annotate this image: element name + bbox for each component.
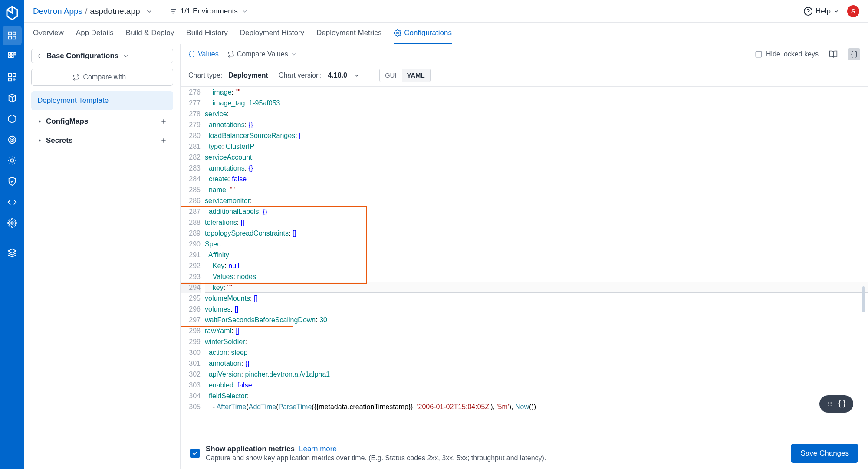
- chart-type-value: Deployment: [228, 72, 268, 79]
- compare-icon: [227, 51, 234, 58]
- chevron-left-icon: [36, 53, 42, 59]
- caret-right-icon: [37, 138, 43, 143]
- avatar[interactable]: S: [847, 5, 859, 17]
- toggle-yaml[interactable]: YAML: [402, 69, 430, 82]
- tab-deployment-history[interactable]: Deployment History: [240, 23, 304, 44]
- check-icon: [192, 450, 198, 456]
- header: Devtron Apps / aspdotnetapp 1/1 Environm…: [24, 0, 868, 23]
- svg-rect-7: [9, 56, 11, 58]
- svg-rect-3: [13, 36, 16, 39]
- svg-rect-8: [11, 56, 13, 58]
- nav-add-icon[interactable]: [3, 68, 22, 87]
- chart-type-label: Chart type:: [188, 72, 222, 79]
- plus-icon[interactable]: [160, 118, 167, 125]
- tab-overview[interactable]: Overview: [33, 23, 64, 44]
- nav-target-icon[interactable]: [3, 130, 22, 149]
- config-sidebar: Base Configurations Compare with... Depl…: [24, 44, 181, 469]
- braces-icon: [838, 400, 846, 408]
- schema-icon[interactable]: [848, 48, 860, 60]
- nav-cube-icon[interactable]: [3, 109, 22, 128]
- svg-marker-17: [8, 249, 16, 253]
- chart-version-value[interactable]: 4.18.0: [328, 72, 347, 79]
- tab-configurations[interactable]: Configurations: [394, 23, 452, 44]
- tabs: OverviewApp DetailsBuild & DeployBuild H…: [24, 23, 868, 44]
- drag-icon: [826, 400, 833, 407]
- svg-point-15: [10, 159, 13, 162]
- nav-shield-icon[interactable]: [3, 172, 22, 191]
- tab-deployment-metrics[interactable]: Deployment Metrics: [316, 23, 381, 44]
- svg-point-31: [828, 402, 829, 403]
- chevron-down-icon[interactable]: [353, 72, 360, 79]
- svg-point-35: [831, 403, 832, 404]
- footer: Show application metrics Learn more Capt…: [181, 437, 868, 469]
- tab-build-history[interactable]: Build History: [186, 23, 227, 44]
- learn-more-link[interactable]: Learn more: [299, 445, 337, 453]
- nav-rail: [0, 0, 24, 469]
- svg-rect-6: [14, 53, 16, 55]
- breadcrumb-app[interactable]: aspdotnetapp: [90, 7, 140, 16]
- floating-json-button[interactable]: [819, 395, 853, 413]
- svg-rect-5: [11, 53, 13, 55]
- nav-code-icon[interactable]: [3, 193, 22, 212]
- svg-rect-30: [756, 51, 762, 57]
- svg-point-33: [828, 405, 829, 406]
- breadcrumb-group[interactable]: Devtron Apps: [33, 7, 82, 16]
- svg-rect-4: [9, 53, 11, 55]
- hide-locked-checkbox[interactable]: Hide locked keys: [755, 50, 819, 58]
- svg-point-32: [828, 403, 829, 404]
- svg-rect-1: [13, 32, 16, 35]
- nav-stack-icon[interactable]: [3, 243, 22, 262]
- nav-apps-icon[interactable]: [3, 26, 22, 45]
- sidebar-item-configmaps[interactable]: ConfigMaps: [31, 112, 173, 131]
- line-gutter: 2762772782792802812822832842852862872882…: [181, 87, 205, 412]
- svg-marker-24: [39, 120, 41, 123]
- chart-version-label: Chart version:: [279, 72, 322, 79]
- compare-values-tab[interactable]: Compare Values: [227, 50, 297, 58]
- gear-icon: [394, 29, 401, 37]
- svg-rect-9: [9, 74, 11, 76]
- chevron-down-icon: [291, 51, 297, 57]
- yaml-editor[interactable]: 2762772782792802812822832842852862872882…: [181, 87, 868, 437]
- page-scrollbar[interactable]: [862, 286, 865, 312]
- footer-title: Show application metrics: [206, 445, 295, 453]
- back-button[interactable]: Base Configurations: [31, 49, 173, 63]
- svg-rect-2: [9, 36, 11, 39]
- chevron-down-icon: [123, 53, 129, 59]
- values-tab[interactable]: Values: [188, 50, 219, 58]
- chevron-down-icon[interactable]: [145, 7, 153, 15]
- chart-toolbar: Chart type: Deployment Chart version: 4.…: [181, 64, 868, 87]
- code-area[interactable]: image: "" image_tag: 1-95af053service: a…: [205, 87, 868, 412]
- sidebar-item-deployment-template[interactable]: Deployment Template: [31, 91, 173, 110]
- plus-icon[interactable]: [160, 137, 167, 144]
- nav-package-icon[interactable]: [3, 89, 22, 108]
- braces-icon: [188, 51, 195, 58]
- svg-point-36: [831, 405, 832, 406]
- editor-toolbar: Values Compare Values Hide locked keys: [181, 44, 868, 64]
- tab-app-details[interactable]: App Details: [76, 23, 114, 44]
- svg-rect-0: [9, 32, 11, 35]
- compare-with-button[interactable]: Compare with...: [31, 69, 173, 86]
- chevron-down-icon: [241, 8, 248, 15]
- sidebar-item-secrets[interactable]: Secrets: [31, 131, 173, 150]
- help-button[interactable]: Help: [803, 7, 839, 16]
- tab-build-deploy[interactable]: Build & Deploy: [126, 23, 174, 44]
- caret-right-icon: [37, 119, 43, 124]
- checkbox-icon: [755, 50, 763, 58]
- svg-point-34: [831, 402, 832, 403]
- toggle-gui[interactable]: GUI: [380, 69, 402, 82]
- nav-grid-icon[interactable]: [3, 47, 22, 66]
- chevron-down-icon: [833, 8, 839, 14]
- logo-icon: [4, 5, 20, 21]
- svg-rect-11: [9, 78, 11, 81]
- view-toggle: GUI YAML: [379, 69, 431, 82]
- readme-icon[interactable]: [827, 48, 839, 60]
- show-metrics-checkbox[interactable]: [190, 449, 200, 458]
- nav-bug-icon[interactable]: [3, 151, 22, 170]
- svg-point-16: [11, 222, 13, 224]
- breadcrumb-sep: /: [85, 7, 87, 16]
- compare-icon: [72, 74, 79, 81]
- svg-point-23: [397, 32, 399, 34]
- env-filter[interactable]: 1/1 Environments: [169, 7, 248, 16]
- nav-settings-icon[interactable]: [3, 213, 22, 233]
- save-button[interactable]: Save Changes: [791, 444, 858, 463]
